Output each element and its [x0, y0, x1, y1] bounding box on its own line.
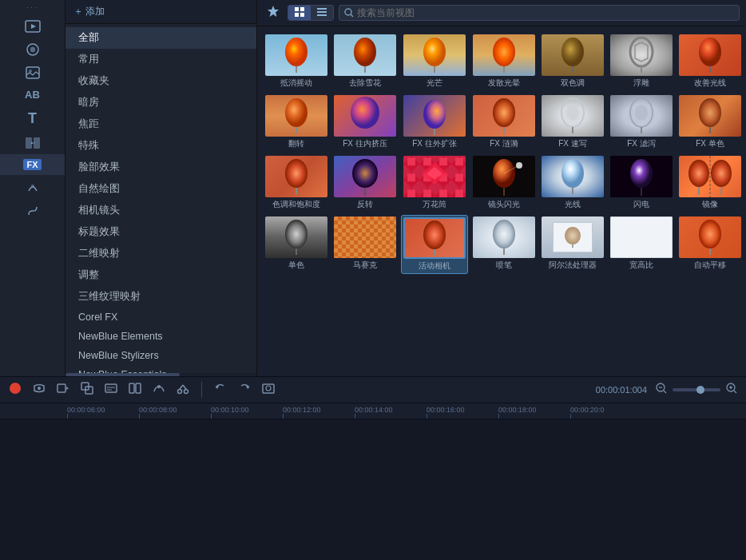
svg-point-35 — [423, 100, 446, 129]
svg-rect-89 — [58, 384, 65, 392]
add-button[interactable]: ＋ 添加 — [73, 5, 105, 18]
category-item-favorites[interactable]: 收藏夹 — [65, 70, 256, 92]
effect-flash[interactable]: 闪电 — [609, 154, 674, 212]
sidebar-item-audio[interactable] — [0, 38, 65, 62]
svg-point-32 — [285, 98, 308, 127]
sidebar-item-curve[interactable] — [0, 199, 65, 223]
search-icon — [344, 8, 354, 18]
svg-point-79 — [423, 220, 446, 249]
svg-rect-96 — [129, 383, 134, 393]
effect-label-fx-in: FX 往内挤压 — [334, 138, 396, 149]
subtitle-button[interactable] — [102, 380, 120, 399]
zoom-slider[interactable] — [673, 388, 720, 391]
svg-point-100 — [185, 390, 188, 394]
category-item-newblue-style[interactable]: NewBlue Stylizers — [65, 346, 256, 365]
effect-fx-speed[interactable]: FX 速写 — [540, 93, 605, 151]
category-item-special[interactable]: 特殊 — [65, 135, 256, 157]
effect-stabilize[interactable]: 抵消摇动 — [264, 33, 329, 90]
svg-point-20 — [354, 38, 376, 66]
effect-fx-blur[interactable]: FX 滤泻 — [609, 93, 674, 151]
effect-kaleid[interactable]: 万花筒 — [401, 154, 468, 212]
search-input[interactable] — [357, 7, 734, 18]
category-item-3d-texture[interactable]: 三维纹理映射 — [65, 286, 256, 308]
effect-mono2[interactable]: 单色 — [264, 215, 329, 274]
svg-rect-10 — [300, 7, 304, 11]
overlay-button[interactable] — [78, 380, 96, 399]
effect-fx-mono[interactable]: FX 单色 — [677, 93, 743, 151]
effect-label-glow: 光芒 — [403, 77, 466, 89]
effect-hue[interactable]: 色调和饱和度 — [264, 154, 329, 212]
category-item-newblue-elem[interactable]: NewBlue Elements — [65, 327, 256, 346]
effect-duotone[interactable]: 双色调 — [540, 33, 605, 90]
svg-point-34 — [351, 97, 379, 129]
category-item-corel-fx[interactable]: Corel FX — [65, 308, 256, 327]
cut-button[interactable] — [174, 380, 192, 399]
category-item-face[interactable]: 脸部效果 — [65, 157, 256, 178]
svg-marker-90 — [66, 387, 69, 390]
category-item-darkroom[interactable]: 暗房 — [65, 92, 256, 113]
effect-label-spray: 喷笔 — [473, 260, 535, 271]
snapshot-button[interactable] — [260, 380, 277, 399]
icon-bar: ··· AB T FX — [0, 0, 65, 376]
category-item-all[interactable]: 全部 — [65, 27, 256, 49]
category-item-camera[interactable]: 相机镜头 — [65, 200, 256, 221]
category-item-newblue-ess[interactable]: NewBlue Essentials — [65, 365, 256, 373]
sidebar-item-title[interactable]: T — [0, 105, 65, 132]
effect-mirror[interactable]: 镜像 — [677, 154, 743, 212]
effect-mosaic[interactable]: 马赛克 — [332, 215, 398, 274]
svg-point-16 — [345, 9, 351, 15]
audio-track-button[interactable] — [30, 380, 48, 399]
effect-denoise[interactable]: 去除雪花 — [332, 33, 398, 90]
effect-aspect[interactable]: 宽高比 — [609, 215, 674, 274]
video-track-button[interactable] — [54, 380, 72, 399]
category-item-adjust[interactable]: 调整 — [65, 264, 256, 286]
scrollbar-thumb[interactable] — [65, 373, 180, 376]
sidebar-item-fx[interactable]: FX — [0, 154, 65, 175]
effect-light[interactable]: 光线 — [540, 154, 605, 212]
sidebar-item-photo[interactable] — [0, 62, 65, 84]
timeline-toolbar: 00:00:01:004 — [0, 377, 746, 403]
effect-label-fx-mono: FX 单色 — [679, 138, 741, 149]
undo-button[interactable] — [212, 380, 229, 399]
svg-point-4 — [29, 70, 32, 73]
svg-point-98 — [157, 385, 161, 388]
sidebar-item-motion[interactable] — [0, 175, 65, 199]
main-area: ··· AB T FX ＋ 添加 — [0, 0, 746, 376]
effect-glow[interactable]: 光芒 — [401, 33, 468, 90]
sidebar-item-text[interactable]: AB — [0, 84, 65, 105]
effect-active-cam[interactable]: 活动相机 — [401, 215, 468, 274]
effect-alphas[interactable]: 阿尔法处理器 — [540, 215, 605, 274]
star-button[interactable] — [264, 3, 283, 22]
zoom-in-button[interactable] — [724, 381, 740, 399]
effect-fx-out[interactable]: FX 往外扩张 — [401, 93, 468, 151]
ruler-mark-6: 00:00:18:00 — [498, 406, 570, 419]
category-item-focus[interactable]: 焦距 — [65, 113, 256, 135]
effect-invert[interactable]: 反转 — [332, 154, 398, 212]
category-item-paint[interactable]: 自然绘图 — [65, 178, 256, 200]
category-item-2d-map[interactable]: 二维映射 — [65, 243, 256, 264]
svg-rect-97 — [136, 383, 141, 393]
record-button[interactable] — [6, 380, 24, 399]
effect-spray[interactable]: 喷笔 — [471, 215, 537, 274]
effect-flip[interactable]: 翻转 — [264, 93, 329, 151]
sidebar-item-media[interactable] — [0, 15, 65, 38]
split-button[interactable] — [126, 380, 144, 399]
effect-autoscroll[interactable]: 自动平移 — [677, 215, 743, 274]
effect-lens-flare[interactable]: 镜头闪光 — [471, 154, 537, 212]
motion-track-button[interactable] — [150, 380, 168, 399]
effect-emboss[interactable]: 浮雕 — [609, 33, 674, 90]
zoom-out-button[interactable] — [653, 381, 669, 399]
effect-label-light: 光线 — [542, 199, 604, 210]
effect-scatter[interactable]: 发散光晕 — [471, 33, 537, 90]
effect-fx-in[interactable]: FX 往内挤压 — [332, 93, 398, 151]
sidebar-item-transition[interactable] — [0, 132, 65, 154]
category-item-title-fx[interactable]: 标题效果 — [65, 221, 256, 243]
svg-line-109 — [664, 391, 666, 393]
list-view-button[interactable] — [311, 6, 333, 20]
redo-button[interactable] — [236, 380, 253, 399]
svg-point-37 — [493, 98, 515, 127]
effect-curve[interactable]: 改善光线 — [677, 33, 743, 90]
grid-view-button[interactable] — [288, 6, 311, 20]
effect-fx-whirl[interactable]: FX 涟漪 — [471, 93, 537, 151]
category-item-common[interactable]: 常用 — [65, 49, 256, 70]
